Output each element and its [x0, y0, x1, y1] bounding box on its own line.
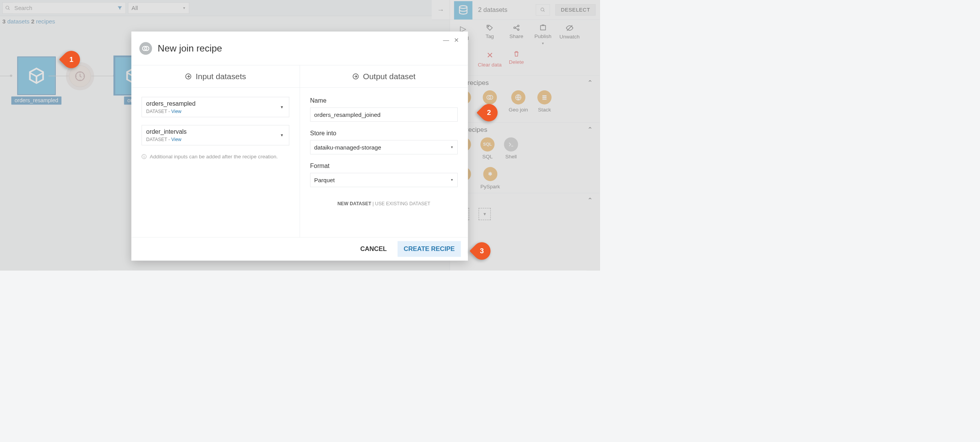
caret-down-icon: ▼ [280, 105, 284, 109]
recipe-shell[interactable]: Shell [504, 137, 518, 160]
svg-rect-19 [542, 99, 547, 100]
view-link[interactable]: View [171, 109, 181, 114]
other-recipes-section: es⌃ + ▾ [450, 193, 600, 224]
new-join-recipe-modal: New join recipe — ✕ Input datasets order… [131, 32, 468, 261]
info-icon: ⓘ [142, 153, 147, 160]
shell-icon [504, 137, 518, 151]
svg-line-1 [8, 8, 10, 10]
arrow-into-icon [185, 73, 192, 80]
svg-rect-12 [540, 26, 545, 30]
datasets-link[interactable]: datasets [7, 18, 30, 25]
plugin-icon: ▾ [478, 208, 491, 220]
action-share[interactable]: Share [503, 24, 530, 45]
geo-join-icon [511, 90, 525, 105]
x-icon: ✕ [487, 50, 493, 60]
deselect-button[interactable]: DESELECT [555, 4, 595, 15]
search-container [2, 2, 126, 13]
modal-header: New join recipe — ✕ [131, 32, 468, 65]
svg-rect-18 [542, 97, 547, 98]
panel-actions: ▷Build Tag Share Publish ▼ Unwatch ★Star… [450, 20, 600, 75]
tag-icon [486, 24, 493, 32]
svg-line-11 [515, 28, 518, 29]
filter-dropdown-label: All [132, 5, 138, 11]
section-header[interactable]: de recipes⌃ [457, 126, 593, 133]
output-name-input[interactable] [310, 108, 457, 122]
recipes-link[interactable]: recipes [36, 18, 55, 25]
format-label: Format [310, 162, 457, 169]
panel-collapse-button[interactable]: → [432, 0, 450, 20]
pane-header: Input datasets [131, 65, 299, 88]
cancel-button[interactable]: CANCEL [354, 241, 393, 257]
join-icon [139, 42, 152, 55]
input-dataset-select[interactable]: order_intervals DATASET - View ▼ [142, 125, 289, 146]
recipe-geo-join[interactable]: Geo join [509, 90, 528, 119]
caret-down-icon: ▼ [450, 145, 453, 149]
filter-icon[interactable] [114, 2, 125, 13]
search-icon [3, 5, 13, 10]
caret-down-icon: ▼ [450, 178, 453, 182]
section-header[interactable]: es⌃ [457, 196, 593, 204]
filter-dropdown[interactable]: All ▼ [128, 2, 189, 13]
panel-title: 2 datasets [478, 6, 507, 13]
code-recipes-section: de recipes⌃ onon SQLSQL Shell ✱k ✱PySpar… [450, 122, 600, 193]
close-button[interactable]: ✕ [454, 37, 459, 44]
stack-icon [537, 90, 552, 105]
minimize-button[interactable]: — [443, 37, 449, 44]
chevron-up-icon: ⌃ [587, 196, 593, 204]
action-publish[interactable]: Publish ▼ [530, 24, 556, 45]
trash-icon [513, 50, 520, 57]
recipe-item[interactable]: ▾ [478, 208, 491, 220]
svg-rect-17 [542, 95, 547, 96]
store-into-label: Store into [310, 130, 457, 137]
recipe-pyspark[interactable]: ✱PySpark [480, 167, 500, 190]
view-link[interactable]: View [171, 137, 181, 142]
search-input[interactable] [13, 2, 114, 13]
flow-edge [48, 76, 69, 76]
panel-header: 2 datasets DESELECT [450, 0, 600, 20]
flow-edge [91, 76, 114, 76]
modal-title: New join recipe [158, 43, 222, 54]
recipe-sql[interactable]: SQLSQL [480, 137, 495, 160]
store-into-select[interactable]: dataiku-managed-storage▼ [310, 140, 457, 155]
publish-icon [539, 24, 547, 32]
details-panel: 2 datasets DESELECT ▷Build Tag Share Pub… [450, 0, 600, 271]
input-datasets-pane: Input datasets orders_resampled DATASET … [131, 65, 300, 237]
recipe-stack[interactable]: Stack [537, 90, 552, 119]
pane-header: Output dataset [300, 65, 468, 88]
share-icon [513, 24, 520, 32]
panel-search-button[interactable] [536, 4, 550, 15]
chevron-up-icon: ⌃ [587, 79, 593, 86]
action-delete[interactable]: Delete [503, 50, 530, 68]
arrow-into-icon [352, 73, 359, 80]
input-dataset-select[interactable]: orders_resampled DATASET - View ▼ [142, 97, 289, 117]
caret-down-icon: ▼ [182, 6, 185, 10]
dataset-stack-icon [454, 1, 473, 20]
dataset-label: orders_resampled [11, 96, 62, 105]
caret-down-icon: ▼ [541, 42, 544, 45]
format-select[interactable]: Parquet▼ [310, 173, 457, 187]
output-dataset-pane: Output dataset Name Store into dataiku-m… [300, 65, 468, 237]
svg-line-5 [543, 10, 545, 12]
action-clear[interactable]: ✕Clear data [477, 50, 503, 68]
name-label: Name [310, 97, 457, 104]
svg-point-0 [6, 6, 9, 9]
fuzzy-join-icon [483, 90, 497, 105]
action-unwatch[interactable]: Unwatch [556, 24, 583, 45]
recipe-node[interactable] [69, 65, 91, 87]
chevron-up-icon: ⌃ [587, 126, 593, 133]
eye-off-icon [565, 24, 573, 32]
visual-recipes-section: ual recipes⌃ nn Fuzzy join Geo join Stac… [450, 75, 600, 122]
section-header[interactable]: ual recipes⌃ [457, 79, 593, 86]
input-dataset-name: order_intervals [146, 128, 285, 136]
caret-down-icon: ▼ [280, 133, 284, 137]
sql-icon: SQL [480, 137, 495, 151]
dataset-mode-toggle[interactable]: NEW DATASET | USE EXISTING DATASET [310, 201, 457, 206]
action-tag[interactable]: Tag [477, 24, 503, 45]
create-recipe-button[interactable]: CREATE RECIPE [398, 241, 461, 257]
modal-footer: CANCEL CREATE RECIPE [131, 237, 468, 261]
info-text: ⓘ Additional inputs can be added after t… [142, 153, 289, 160]
svg-line-10 [515, 26, 518, 27]
svg-point-3 [460, 5, 467, 8]
svg-point-6 [488, 26, 488, 27]
dataset-node[interactable]: orders_resampled [11, 57, 62, 105]
